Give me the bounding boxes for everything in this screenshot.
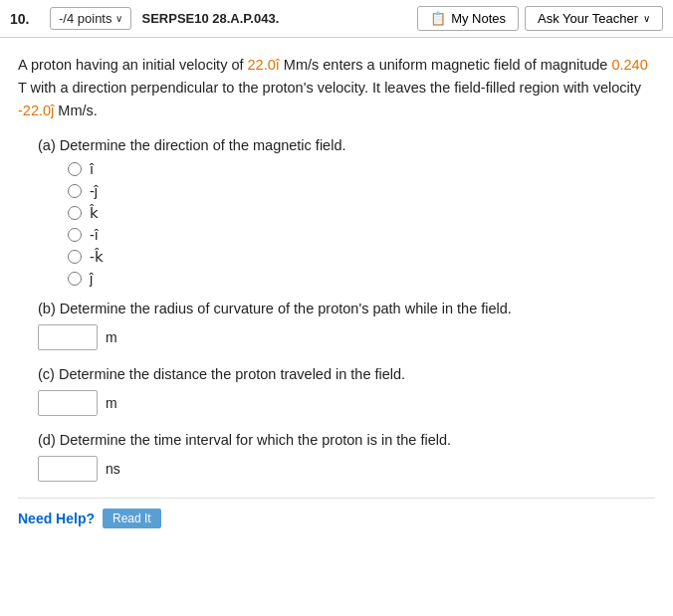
label-i-hat: î [90, 161, 94, 177]
ask-teacher-label: Ask Your Teacher [538, 11, 638, 26]
radio-j-hat[interactable] [68, 272, 82, 286]
notes-label: My Notes [451, 11, 506, 26]
problem-text-before2: Mm/s enters a uniform magnetic field of … [280, 57, 612, 73]
top-buttons: 📋 My Notes Ask Your Teacher ∨ [417, 6, 663, 31]
label-neg-k-hat: -k̂ [90, 249, 104, 265]
main-content: A proton having an initial velocity of 2… [0, 38, 673, 538]
option-j-hat: ĵ [68, 271, 655, 287]
part-c-input[interactable] [38, 390, 98, 416]
label-neg-i-hat: -î [90, 227, 99, 243]
radio-i-hat[interactable] [68, 162, 82, 176]
ask-teacher-button[interactable]: Ask Your Teacher ∨ [525, 6, 663, 31]
option-i-hat: î [68, 161, 655, 177]
label-k-hat: k̂ [90, 205, 99, 221]
part-c-unit: m [106, 395, 117, 411]
label-j-hat: ĵ [90, 271, 93, 287]
points-label: -/4 points [59, 11, 112, 26]
top-bar: 10. -/4 points ∨ SERPSE10 28.A.P.043. 📋 … [0, 0, 673, 38]
option-neg-i-hat: -î [68, 227, 655, 243]
points-dropdown[interactable]: -/4 points ∨ [50, 7, 131, 30]
read-it-button[interactable]: Read It [103, 509, 161, 528]
need-help-label: Need Help? [18, 511, 95, 526]
velocity-exit: -22.0ĵ [18, 103, 54, 118]
ask-chevron-icon: ∨ [643, 13, 650, 24]
option-neg-k-hat: -k̂ [68, 249, 655, 265]
part-d-label: (d) Determine the time interval for whic… [38, 432, 655, 448]
part-c-label: (c) Determine the distance the proton tr… [38, 366, 655, 382]
part-b-input[interactable] [38, 324, 98, 350]
part-b-label: (b) Determine the radius of curvature of… [38, 301, 655, 316]
part-b-unit: m [106, 329, 117, 345]
notes-icon: 📋 [430, 11, 446, 26]
part-a-radio-group: î -ĵ k̂ -î -k̂ ĵ [68, 161, 655, 287]
part-a-label: (a) Determine the direction of the magne… [38, 137, 655, 153]
problem-text-end: Mm/s. [54, 103, 98, 118]
part-d-unit: ns [106, 461, 120, 477]
radio-k-hat[interactable] [68, 206, 82, 220]
question-number: 10. [10, 11, 40, 27]
option-neg-j-hat: -ĵ [68, 183, 655, 199]
part-a-section: (a) Determine the direction of the magne… [18, 137, 655, 287]
need-help-section: Need Help? Read It [18, 498, 655, 528]
read-it-label: Read It [112, 512, 151, 525]
label-neg-j-hat: -ĵ [90, 183, 98, 199]
part-d-answer-row: ns [38, 456, 655, 482]
problem-text: A proton having an initial velocity of 2… [18, 54, 655, 123]
problem-text-after2: T with a direction perpendicular to the … [18, 80, 641, 96]
part-d-input[interactable] [38, 456, 98, 482]
part-b-section: (b) Determine the radius of curvature of… [18, 301, 655, 350]
field-value: 0.240 [611, 57, 647, 73]
my-notes-button[interactable]: 📋 My Notes [417, 6, 519, 31]
problem-code: SERPSE10 28.A.P.043. [141, 11, 407, 26]
radio-neg-i-hat[interactable] [68, 228, 82, 242]
radio-neg-j-hat[interactable] [68, 184, 82, 198]
part-d-section: (d) Determine the time interval for whic… [18, 432, 655, 482]
chevron-down-icon: ∨ [115, 13, 122, 24]
part-b-answer-row: m [38, 324, 655, 350]
part-c-section: (c) Determine the distance the proton tr… [18, 366, 655, 416]
radio-neg-k-hat[interactable] [68, 250, 82, 264]
part-c-answer-row: m [38, 390, 655, 416]
velocity-value: 22.0î [248, 57, 280, 73]
problem-text-before1: A proton having an initial velocity of [18, 57, 248, 73]
option-k-hat: k̂ [68, 205, 655, 221]
